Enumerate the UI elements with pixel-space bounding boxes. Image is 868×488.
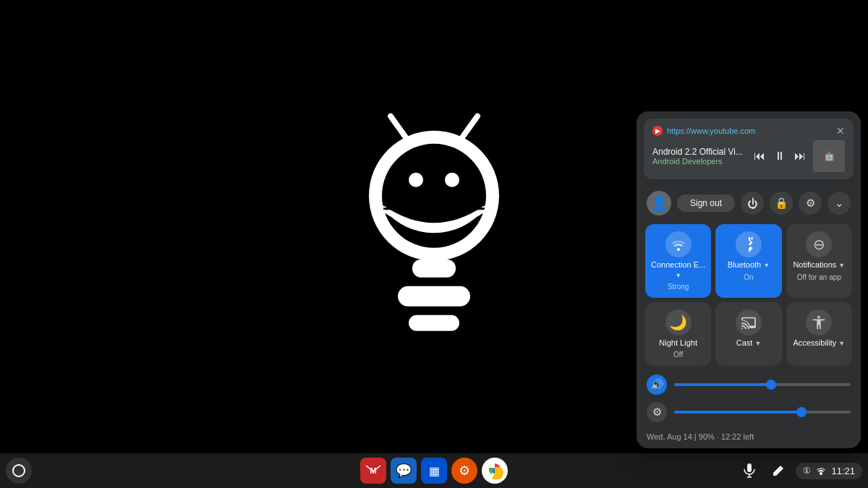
brightness-slider-row: ⚙ [647, 402, 851, 422]
bluetooth-tile-status: On [744, 273, 753, 281]
notifications-tile-status: Off for an app [797, 273, 841, 281]
chrome-app-icon[interactable] [482, 458, 508, 484]
notifications-icon: ⊖ [806, 231, 832, 257]
accessibility-tile-name: Accessibility ▼ [793, 338, 845, 348]
clock-display[interactable]: 11:21 [831, 466, 855, 476]
bluetooth-tile[interactable]: Bluetooth ▼ On [715, 224, 781, 297]
brightness-fill [674, 411, 801, 414]
lock-button[interactable]: 🔒 [770, 192, 793, 215]
svg-rect-8 [398, 286, 470, 306]
android-mascot [340, 101, 528, 347]
svg-rect-7 [412, 259, 456, 277]
quick-settings-panel: ▶ https://www.youtube.com ✕ Android 2.2 … [637, 111, 861, 448]
trello-app-icon[interactable]: ▦ [421, 458, 447, 484]
qs-footer: Wed, Aug 14 | 90% · 12:22 left [637, 428, 861, 448]
notifications-tile-name: Notifications ▼ [793, 260, 845, 270]
qs-sliders: 🔊 ⚙ [637, 372, 861, 428]
cast-icon [736, 309, 762, 335]
media-artist: Android Developers [652, 157, 746, 166]
night-light-tile-status: Off [673, 351, 683, 359]
power-button[interactable]: ⏻ [741, 192, 764, 215]
launcher-button[interactable] [6, 458, 32, 484]
taskbar-right: ① 11:21 [738, 459, 862, 482]
night-light-icon: 🌙 [665, 309, 692, 335]
wifi-icon [665, 231, 692, 257]
svg-rect-15 [747, 463, 752, 472]
settings-app-icon[interactable]: ⚙ [451, 458, 477, 484]
media-prev-button[interactable]: ⏮ [752, 148, 767, 164]
media-url-row: ▶ https://www.youtube.com ✕ [652, 126, 845, 136]
accessibility-icon [806, 309, 832, 335]
media-pause-button[interactable]: ⏸ [773, 148, 787, 164]
media-close-button[interactable]: ✕ [836, 126, 845, 136]
svg-point-5 [445, 172, 459, 187]
volume-thumb[interactable] [766, 380, 776, 390]
night-light-tile-name: Night Light [659, 338, 697, 348]
media-title: Android 2.2 Official Vi... [652, 147, 746, 157]
svg-point-18 [820, 472, 822, 475]
taskbar: M 💬 ▦ ⚙ [0, 453, 868, 488]
svg-point-10 [13, 465, 25, 476]
desktop: ▶ https://www.youtube.com ✕ Android 2.2 … [0, 0, 868, 488]
system-tray[interactable]: ① 11:21 [796, 463, 862, 479]
night-light-tile[interactable]: 🌙 Night Light Off [645, 302, 711, 366]
wifi-tile-status: Strong [668, 283, 689, 291]
media-notification: ▶ https://www.youtube.com ✕ Android 2.2 … [644, 119, 854, 179]
accessibility-tile[interactable]: Accessibility ▼ [786, 302, 852, 366]
bluetooth-tile-name: Bluetooth ▼ [728, 260, 770, 270]
settings-button[interactable]: ⚙ [799, 192, 822, 215]
media-info: Android 2.2 Official Vi... Android Devel… [652, 147, 746, 166]
brightness-slider[interactable] [674, 411, 851, 414]
sign-out-button[interactable]: Sign out [677, 194, 735, 212]
taskbar-left [6, 458, 32, 484]
brightness-icon[interactable]: ⚙ [647, 402, 667, 422]
media-thumbnail: 🤖 [813, 140, 845, 172]
favicon-icon: ▶ [652, 126, 663, 136]
notifications-tile[interactable]: ⊖ Notifications ▼ Off for an app [786, 224, 852, 297]
cast-tile[interactable]: Cast ▼ [715, 302, 781, 366]
user-avatar[interactable]: 👤 [647, 191, 671, 215]
volume-icon[interactable]: 🔊 [647, 374, 667, 395]
wifi-tile-name: Connection E... ▼ [651, 260, 705, 279]
media-controls: ⏮ ⏸ ⏭ [752, 148, 807, 164]
gmail-app-icon[interactable]: M [360, 458, 386, 484]
svg-point-4 [409, 172, 423, 187]
media-next-button[interactable]: ⏭ [793, 148, 807, 164]
media-url-text: https://www.youtube.com [667, 127, 832, 135]
microphone-icon[interactable] [738, 459, 761, 482]
svg-rect-9 [409, 314, 459, 330]
expand-button[interactable]: ⌄ [827, 192, 851, 215]
qs-tiles-grid: Connection E... ▼ Strong Bluetooth ▼ On … [637, 221, 861, 372]
svg-text:M: M [370, 466, 376, 475]
battery-indicator: ① [803, 466, 811, 476]
taskbar-center: M 💬 ▦ ⚙ [360, 458, 508, 484]
volume-slider-row: 🔊 [647, 374, 851, 395]
brightness-thumb[interactable] [796, 407, 807, 417]
cast-tile-name: Cast ▼ [736, 338, 762, 348]
chat-app-icon[interactable]: 💬 [391, 458, 417, 484]
bluetooth-icon [736, 231, 762, 257]
pen-icon[interactable] [767, 459, 790, 482]
volume-slider[interactable] [674, 383, 851, 386]
media-content: Android 2.2 Official Vi... Android Devel… [652, 140, 845, 172]
qs-header: 👤 Sign out ⏻ 🔒 ⚙ ⌄ [637, 185, 861, 221]
volume-fill [674, 383, 771, 386]
wifi-tile[interactable]: Connection E... ▼ Strong [645, 224, 711, 297]
qs-footer-text: Wed, Aug 14 | 90% · 12:22 left [647, 432, 754, 441]
wifi-tray-icon [815, 466, 827, 475]
